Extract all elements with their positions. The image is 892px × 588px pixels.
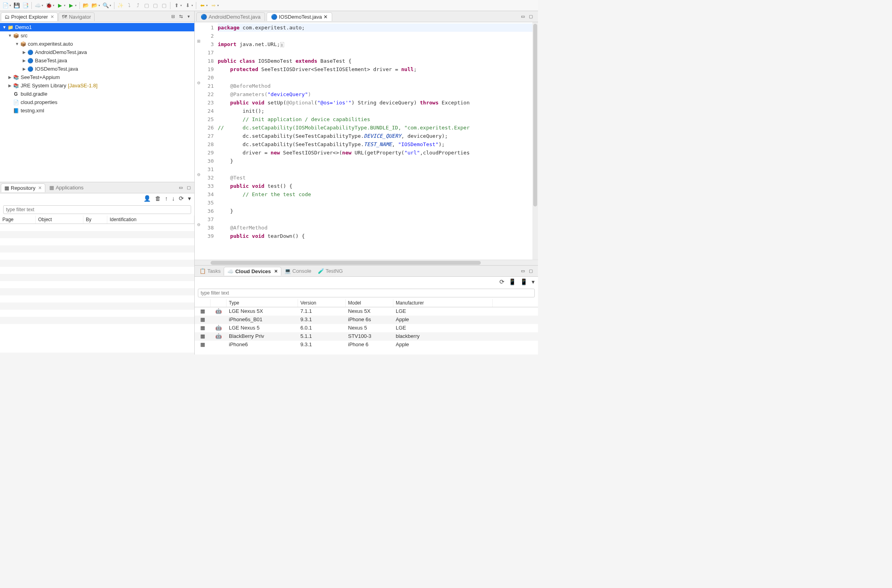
- horizontal-scrollbar[interactable]: [195, 260, 538, 265]
- tab-applications[interactable]: ▦ Applications: [46, 183, 87, 192]
- col-version[interactable]: Version: [298, 299, 346, 307]
- gutter-mark[interactable]: ⊖: [195, 81, 203, 89]
- tree-node-gradle[interactable]: G build.gradle: [0, 90, 194, 98]
- gutter-mark[interactable]: ⊖: [195, 222, 203, 231]
- up-icon[interactable]: ↑: [165, 195, 168, 202]
- menu-icon[interactable]: ▾: [186, 13, 192, 20]
- expand-arrow-icon[interactable]: [21, 50, 27, 54]
- col-manufacturer[interactable]: Manufacturer: [393, 299, 493, 307]
- col-type[interactable]: Type: [226, 299, 298, 307]
- cloud-icon[interactable]: ☁️: [34, 2, 42, 10]
- menu-icon[interactable]: ▾: [188, 195, 191, 202]
- dropdown-arrow[interactable]: ▾: [110, 4, 111, 7]
- col-model[interactable]: Model: [346, 299, 393, 307]
- expand-arrow-icon[interactable]: [7, 75, 13, 79]
- debug-icon[interactable]: 🐞: [45, 2, 53, 10]
- expand-arrow-icon[interactable]: [21, 58, 27, 63]
- editor-tab-ios[interactable]: 🔵 IOSDemoTest.java ✕: [267, 12, 332, 21]
- expand-arrow-icon[interactable]: [21, 67, 27, 71]
- close-icon[interactable]: ✕: [323, 14, 328, 20]
- save-icon[interactable]: 💾: [13, 2, 21, 10]
- collapse-icon[interactable]: ⊟: [170, 13, 176, 20]
- minimize-icon[interactable]: ▭: [520, 13, 526, 20]
- dropdown-arrow[interactable]: ▾: [206, 4, 208, 7]
- next-icon[interactable]: ⬇: [184, 2, 192, 10]
- device-row[interactable]: ▦🤖BlackBerry Priv5.1.1STV100-3blackberry: [195, 332, 538, 341]
- back-icon[interactable]: ⬅: [198, 2, 206, 10]
- tree-node-cloud-props[interactable]: 📄 cloud.properties: [0, 98, 194, 106]
- fold-placeholder-icon[interactable]: ▯: [280, 42, 284, 47]
- menu-icon[interactable]: ▾: [532, 278, 535, 285]
- col-object[interactable]: Object: [36, 216, 83, 224]
- user-icon[interactable]: 👤: [143, 195, 151, 202]
- stop-icon[interactable]: ▢: [151, 2, 159, 10]
- col-blank[interactable]: [195, 299, 211, 307]
- tab-repository[interactable]: ▦ Repository ✕: [1, 183, 45, 192]
- prev-icon[interactable]: ⬆: [172, 2, 180, 10]
- col-identification[interactable]: Identification: [107, 216, 194, 224]
- tree-node-java-file[interactable]: 🔵 AndroidDemoTest.java: [0, 48, 194, 56]
- open-type-icon[interactable]: 📂: [82, 2, 90, 10]
- run-icon[interactable]: ▶: [56, 2, 64, 10]
- vertical-scrollbar[interactable]: [532, 22, 538, 260]
- link-icon[interactable]: ⇆: [178, 13, 184, 20]
- tree-node-project[interactable]: 📁 Demo1: [0, 23, 194, 31]
- close-icon[interactable]: ✕: [38, 185, 42, 191]
- dropdown-arrow[interactable]: ▾: [192, 4, 193, 7]
- device-row[interactable]: ▦🤖LGE Nexus 56.0.1Nexus 5LGE: [195, 324, 538, 332]
- refresh-icon[interactable]: ⟳: [179, 195, 184, 202]
- dropdown-arrow[interactable]: ▾: [42, 4, 43, 7]
- close-icon[interactable]: ✕: [274, 269, 278, 274]
- tree-node-package[interactable]: 📦 com.experitest.auto: [0, 40, 194, 48]
- device-row[interactable]: ▦iPhone69.3.1iPhone 6Apple: [195, 341, 538, 349]
- gutter-mark[interactable]: ⊖: [195, 172, 203, 181]
- editor-tab-android[interactable]: 🔵 AndroidDemoTest.java: [196, 12, 265, 21]
- tab-cloud-devices[interactable]: ☁️Cloud Devices✕: [224, 267, 281, 276]
- new-icon[interactable]: 📄: [2, 2, 10, 10]
- tree-node-java-file[interactable]: 🔵 IOSDemoTest.java: [0, 65, 194, 73]
- stop-icon[interactable]: ▢: [143, 2, 151, 10]
- repo-filter-input[interactable]: [3, 205, 191, 214]
- tree-node-seetest[interactable]: 📚 SeeTest+Appium: [0, 73, 194, 81]
- delete-icon[interactable]: 🗑: [155, 195, 161, 202]
- col-blank[interactable]: [211, 299, 226, 307]
- forward-icon[interactable]: ➡: [209, 2, 217, 10]
- run-last-icon[interactable]: ▶: [67, 2, 75, 10]
- down-icon[interactable]: ↓: [172, 195, 175, 202]
- gutter-mark[interactable]: ⊞: [195, 39, 203, 47]
- tab-testng[interactable]: 🧪TestNG: [315, 267, 346, 275]
- expand-arrow-icon[interactable]: [7, 83, 13, 88]
- dropdown-arrow[interactable]: ▾: [10, 4, 11, 7]
- code-area[interactable]: package com.experitest.auto; import java…: [215, 22, 532, 260]
- dropdown-arrow[interactable]: ▾: [217, 4, 219, 7]
- tree-node-src[interactable]: 📦 src: [0, 31, 194, 40]
- device-row[interactable]: ▦iPhone6s_B019.3.1iPhone 6sApple: [195, 316, 538, 324]
- maximize-icon[interactable]: ▢: [528, 268, 534, 274]
- dropdown-arrow[interactable]: ▾: [53, 4, 54, 7]
- tree-node-jre[interactable]: 📚 JRE System Library [JavaSE-1.8]: [0, 81, 194, 90]
- minimize-icon[interactable]: ▭: [520, 268, 526, 274]
- col-by[interactable]: By: [83, 216, 107, 224]
- search-icon[interactable]: 🔍: [102, 2, 110, 10]
- save-all-icon[interactable]: 📑: [21, 2, 29, 10]
- stop-icon[interactable]: ▢: [160, 2, 168, 10]
- dropdown-arrow[interactable]: ▾: [99, 4, 100, 7]
- dropdown-arrow[interactable]: ▾: [75, 4, 77, 7]
- tree-node-testng[interactable]: 📘 testng.xml: [0, 106, 194, 115]
- step-icon[interactable]: ⤴: [134, 2, 142, 10]
- expand-arrow-icon[interactable]: [7, 33, 13, 38]
- skip-icon[interactable]: ⤵: [125, 2, 133, 10]
- device-icon[interactable]: 📱: [509, 278, 516, 285]
- maximize-icon[interactable]: ▢: [186, 185, 192, 191]
- dropdown-arrow[interactable]: ▾: [64, 4, 66, 7]
- wand-icon[interactable]: ✨: [116, 2, 124, 10]
- expand-arrow-icon[interactable]: [2, 25, 7, 29]
- tab-console[interactable]: 💻Console: [281, 267, 315, 275]
- device-row[interactable]: ▦🤖LGE Nexus 5X7.1.1Nexus 5XLGE: [195, 307, 538, 316]
- refresh-icon[interactable]: ⟳: [499, 278, 505, 285]
- devices-filter-input[interactable]: [198, 289, 535, 297]
- col-page[interactable]: Page: [0, 216, 36, 224]
- expand-arrow-icon[interactable]: [14, 42, 20, 46]
- tab-project-explorer[interactable]: 🗂 Project Explorer ✕: [1, 12, 58, 21]
- device-icon[interactable]: 📱: [520, 278, 528, 285]
